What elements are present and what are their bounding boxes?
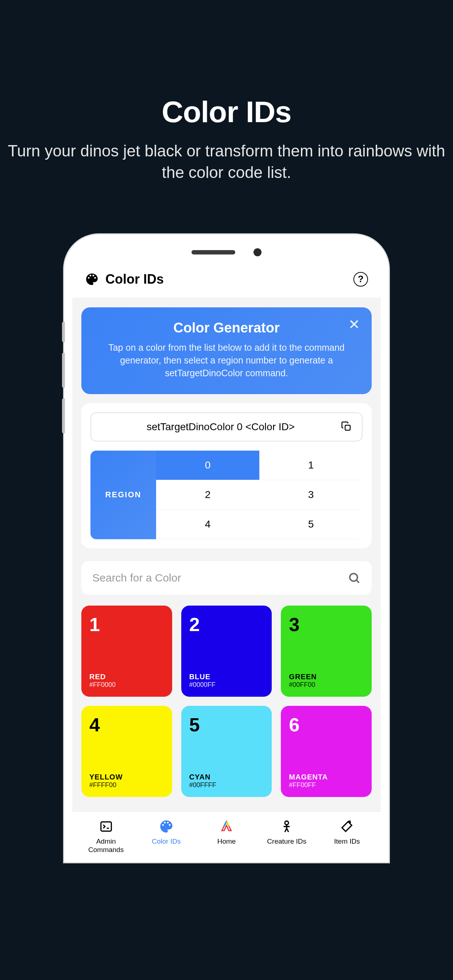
tab-item-ids[interactable]: Item IDs <box>317 818 377 854</box>
region-option-2[interactable]: 2 <box>156 480 259 510</box>
color-id: 3 <box>289 614 364 635</box>
generator-description: Tap on a color from the list below to ad… <box>100 341 353 380</box>
color-id: 5 <box>189 714 264 736</box>
color-tile-blue[interactable]: 2BLUE#0000FF <box>181 606 272 697</box>
color-name: BLUE <box>189 673 264 681</box>
color-tile-green[interactable]: 3GREEN#00FF00 <box>281 606 372 697</box>
svg-rect-3 <box>100 822 111 831</box>
page-title: Color IDs <box>105 272 164 287</box>
color-tile-yellow[interactable]: 4YELLOW#FFFF00 <box>81 706 172 797</box>
region-option-1[interactable]: 1 <box>259 450 362 480</box>
color-hex: #00FF00 <box>289 681 364 689</box>
svg-point-1 <box>350 573 357 581</box>
color-tile-red[interactable]: 1RED#FF0000 <box>81 606 172 697</box>
tab-label: AdminCommands <box>88 837 124 854</box>
color-name: GREEN <box>289 673 364 681</box>
region-label: REGION <box>91 450 156 539</box>
tab-label: Creature IDs <box>267 837 306 846</box>
search-placeholder: Search for a Color <box>92 572 181 584</box>
tab-icon <box>279 818 295 835</box>
hero-description: Turn your dinos jet black or transform t… <box>0 140 453 183</box>
tab-home[interactable]: Home <box>196 818 257 854</box>
command-card: setTargetDinoColor 0 <Color ID> REGION 0… <box>81 403 372 548</box>
phone-frame: Color IDs ? ✕ Color Generator Tap on a c… <box>64 234 389 862</box>
copy-button[interactable] <box>341 421 353 433</box>
hero-title: Color IDs <box>0 95 453 129</box>
search-icon <box>348 571 361 584</box>
tab-label: Home <box>217 837 236 846</box>
search-input[interactable]: Search for a Color <box>81 561 372 595</box>
color-id: 1 <box>89 614 164 635</box>
color-name: MAGENTA <box>289 773 364 781</box>
region-selector: REGION 012345 <box>91 450 362 539</box>
color-hex: #FF0000 <box>89 681 164 689</box>
svg-point-4 <box>285 821 289 825</box>
color-tile-magenta[interactable]: 6MAGENTA#FF00FF <box>281 706 372 797</box>
help-button[interactable]: ? <box>353 272 368 286</box>
tab-icon <box>98 818 114 835</box>
color-hex: #FF00FF <box>289 781 364 789</box>
color-id: 4 <box>89 714 164 736</box>
tab-label: Item IDs <box>334 837 360 846</box>
color-id: 6 <box>289 714 364 736</box>
hero-section: Color IDs Turn your dinos jet black or t… <box>0 0 453 220</box>
color-name: CYAN <box>189 773 264 781</box>
region-option-0[interactable]: 0 <box>156 450 259 480</box>
tab-bar: AdminCommandsColor IDsHomeCreature IDsIt… <box>72 811 381 862</box>
command-text: setTargetDinoColor 0 <Color ID> <box>100 421 341 433</box>
phone-notch <box>157 242 296 262</box>
tab-label: Color IDs <box>152 837 180 846</box>
palette-icon <box>85 272 99 286</box>
color-hex: #00FFFF <box>189 781 264 789</box>
color-id: 2 <box>189 614 264 635</box>
color-hex: #0000FF <box>189 681 264 689</box>
color-name: YELLOW <box>89 773 164 781</box>
tab-icon <box>158 818 174 835</box>
tab-admin-commands[interactable]: AdminCommands <box>76 818 136 854</box>
svg-rect-0 <box>345 425 350 430</box>
region-option-3[interactable]: 3 <box>259 480 362 510</box>
command-display: setTargetDinoColor 0 <Color ID> <box>91 412 362 442</box>
tab-icon <box>339 818 355 835</box>
tab-creature-ids[interactable]: Creature IDs <box>257 818 317 854</box>
region-option-5[interactable]: 5 <box>259 510 362 539</box>
color-name: RED <box>89 673 164 681</box>
color-hex: #FFFF00 <box>89 781 164 789</box>
tab-icon <box>219 818 234 835</box>
generator-title: Color Generator <box>100 320 353 336</box>
svg-line-2 <box>357 581 359 583</box>
color-tile-cyan[interactable]: 5CYAN#00FFFF <box>181 706 272 797</box>
generator-card: ✕ Color Generator Tap on a color from th… <box>81 307 372 394</box>
region-option-4[interactable]: 4 <box>156 510 259 539</box>
close-icon[interactable]: ✕ <box>348 318 360 331</box>
color-grid: 1RED#FF00002BLUE#0000FF3GREEN#00FF004YEL… <box>81 606 372 797</box>
phone-screen: Color IDs ? ✕ Color Generator Tap on a c… <box>72 242 381 862</box>
tab-color-ids[interactable]: Color IDs <box>136 818 196 854</box>
